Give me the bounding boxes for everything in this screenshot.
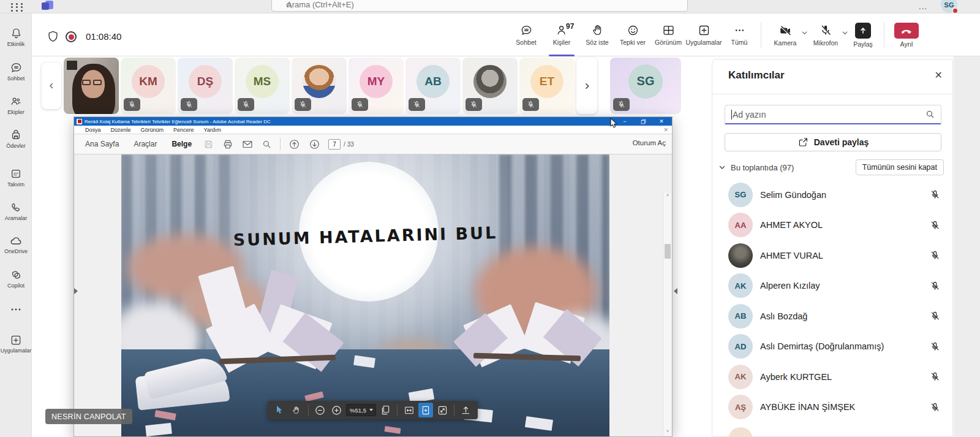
scrollbar-thumb[interactable] xyxy=(665,244,671,259)
sidebar-item-more[interactable] xyxy=(0,303,32,312)
stage-expand-left-handle[interactable] xyxy=(74,288,78,294)
participant-row[interactable]: AA AHMET AKYOL xyxy=(712,210,952,241)
participant-tile-photo-man[interactable] xyxy=(462,58,518,114)
participant-tile-my[interactable]: MY xyxy=(349,58,404,114)
find-icon[interactable] xyxy=(262,140,271,149)
previous-page-icon[interactable] xyxy=(289,139,300,150)
participant-search-input[interactable] xyxy=(733,110,925,120)
tab-tools[interactable]: Araçlar xyxy=(126,140,164,148)
zoom-out-icon[interactable] xyxy=(313,403,327,417)
zoom-in-icon[interactable] xyxy=(330,403,344,417)
menu-view[interactable]: Görünüm xyxy=(136,127,169,133)
sidebar-item-apps[interactable]: Uygulamalar xyxy=(0,330,32,354)
filmstrip-prev-button[interactable] xyxy=(42,63,61,109)
recording-indicator-icon xyxy=(66,31,77,42)
more-button[interactable]: Tümü xyxy=(722,13,757,56)
chat-bubble-icon xyxy=(10,61,23,74)
restore-button[interactable] xyxy=(634,117,652,126)
close-button[interactable]: ✕ xyxy=(652,117,671,126)
panel-close-icon[interactable]: ✕ xyxy=(935,69,943,81)
menu-window[interactable]: Pencere xyxy=(168,127,199,133)
sign-in-link[interactable]: Oturum Aç xyxy=(633,139,666,146)
share-button[interactable]: Paylaş xyxy=(846,13,880,56)
next-page-icon[interactable] xyxy=(309,139,320,150)
participant-tile-ds[interactable]: DŞ xyxy=(178,58,233,114)
participant-tile-km[interactable]: KM xyxy=(121,58,176,114)
scroll-up-arrow[interactable]: ˄ xyxy=(663,192,672,200)
sidebar-item-assignments[interactable]: Ödevler xyxy=(0,125,32,149)
mic-muted-badge-icon xyxy=(466,98,482,111)
chevron-down-icon[interactable] xyxy=(718,164,726,171)
participant-tile-ms[interactable]: MS xyxy=(235,58,290,114)
menu-file[interactable]: Dosya xyxy=(80,127,106,133)
fullscreen-icon[interactable] xyxy=(435,403,450,417)
zoom-level-dropdown[interactable]: %51,5 xyxy=(346,404,376,416)
sidebar-item-copilot[interactable]: Copilot xyxy=(0,265,32,289)
mute-all-button[interactable]: Tümünün sesini kapat xyxy=(856,159,944,175)
apps-button[interactable]: Uygulamalar xyxy=(686,13,722,56)
video-tile-presenter[interactable] xyxy=(64,58,119,114)
participant-tile-et[interactable]: ET xyxy=(519,58,575,114)
ellipsis-icon xyxy=(733,24,746,37)
stage-expand-right-handle[interactable] xyxy=(674,288,677,294)
menu-help[interactable]: Yardım xyxy=(199,127,226,133)
participant-row[interactable]: AB Aslı Bozdağ xyxy=(712,301,952,332)
app-launcher-icon[interactable] xyxy=(11,3,24,12)
security-shield-icon[interactable] xyxy=(48,31,58,42)
user-avatar[interactable]: SG xyxy=(941,0,957,13)
upload-share-icon[interactable] xyxy=(459,403,473,417)
participant-row[interactable]: AD Aslı Demirtaş (Doğrulanmamış) xyxy=(712,332,952,362)
hand-tool-icon[interactable] xyxy=(289,403,303,417)
page-thumbnails-icon[interactable] xyxy=(379,403,393,417)
share-invite-button[interactable]: Daveti paylaş xyxy=(725,133,941,151)
participant-name: Aslı Bozdağ xyxy=(760,311,807,321)
participant-tile-photo-woman[interactable] xyxy=(292,58,347,114)
participant-search[interactable] xyxy=(725,105,941,124)
mic-muted-badge-icon xyxy=(124,98,140,111)
save-icon[interactable] xyxy=(204,140,213,149)
fit-width-icon[interactable] xyxy=(402,403,416,417)
topbar-more-icon[interactable]: ... xyxy=(915,0,931,12)
select-tool-icon[interactable] xyxy=(273,403,287,417)
pdf-page[interactable]: SUNUM HATALARINI BUL xyxy=(121,154,609,436)
sidebar-item-calendar[interactable]: Takvim xyxy=(0,164,32,188)
participant-row[interactable]: AHMET VURAL xyxy=(712,240,952,271)
camera-button[interactable]: Kamera xyxy=(765,13,805,56)
mic-muted-badge-icon xyxy=(238,98,254,111)
tab-home[interactable]: Ana Sayfa xyxy=(78,140,126,148)
menubar-close-icon[interactable]: ✕ xyxy=(663,127,668,133)
tab-document[interactable]: Belge xyxy=(164,140,199,148)
participant-row[interactable]: SG Selim Gündoğan xyxy=(712,180,952,210)
search-input[interactable] xyxy=(287,0,681,10)
microphone-button[interactable]: Mikrofon xyxy=(805,13,846,56)
raise-hand-button[interactable]: Söz iste xyxy=(579,13,615,56)
print-icon[interactable] xyxy=(223,140,233,149)
sidebar-item-activity[interactable]: Etkinlik xyxy=(0,23,32,47)
react-button[interactable]: Tepki ver xyxy=(615,13,650,56)
sidebar-item-chat[interactable]: Sohbet xyxy=(0,58,32,82)
sidebar-item-calls[interactable]: Aramalar xyxy=(0,197,32,221)
filmstrip-next-button[interactable] xyxy=(576,58,597,114)
chat-button[interactable]: Sohbet xyxy=(508,13,544,56)
scroll-down-arrow[interactable]: ˅ xyxy=(663,428,672,436)
participant-tile-ab[interactable]: AB xyxy=(405,58,461,114)
sidebar-item-onedrive[interactable]: OneDrive xyxy=(0,231,32,254)
menu-edit[interactable]: Düzenle xyxy=(106,127,136,133)
page-number-input[interactable] xyxy=(328,139,341,150)
participant-row[interactable]: AK Ayberk KURTGEL xyxy=(712,362,952,392)
participant-list: SG Selim Gündoğan AA AHMET AKYOL AHMET V… xyxy=(712,180,952,436)
email-icon[interactable] xyxy=(243,140,252,148)
section-label[interactable]: Bu toplantıda (97) xyxy=(731,163,794,172)
fit-page-icon[interactable] xyxy=(418,403,432,417)
view-button[interactable]: Görünüm xyxy=(650,13,686,56)
people-button[interactable]: 97 Kişiler xyxy=(544,13,579,56)
participant-row[interactable]: AK Alperen Kızılay xyxy=(712,271,952,302)
participant-row[interactable]: AŞ AYBÜKE İNAN ŞİMŞEK xyxy=(712,392,952,423)
participant-tile-sg[interactable]: SG xyxy=(610,58,681,114)
participant-name: Ayberk KURTGEL xyxy=(760,372,832,382)
global-search[interactable] xyxy=(271,0,688,12)
acrobat-title-bar[interactable]: Renkli Kolaj Kutlama Tebrikleri Tebrikle… xyxy=(74,117,672,126)
sidebar-item-teams[interactable]: Ekipler xyxy=(0,91,32,115)
restore-icon xyxy=(641,119,646,124)
leave-button[interactable]: Ayrıl xyxy=(888,13,925,56)
